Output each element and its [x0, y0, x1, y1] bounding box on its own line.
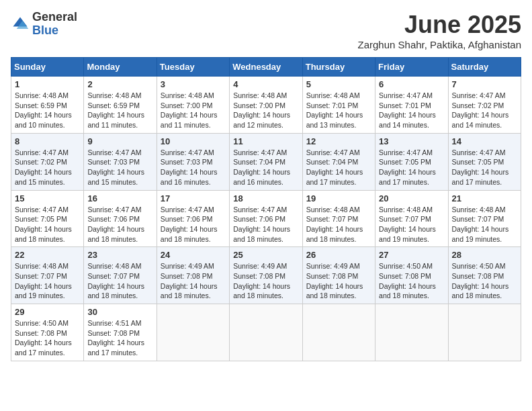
day-content: Sunrise: 4:47 AM Sunset: 7:06 PM Dayligh… [87, 205, 152, 244]
day-content: Sunrise: 4:47 AM Sunset: 7:05 PM Dayligh… [452, 148, 517, 187]
day-number: 15 [15, 193, 80, 203]
calendar-day-cell: 15 Sunrise: 4:47 AM Sunset: 7:05 PM Dayl… [11, 190, 84, 247]
day-number: 19 [306, 193, 371, 203]
calendar-day-cell: 26 Sunrise: 4:49 AM Sunset: 7:08 PM Dayl… [302, 247, 375, 304]
page-header: General Blue June 2025 Zarghun Shahr, Pa… [11, 11, 521, 50]
day-content: Sunrise: 4:47 AM Sunset: 7:05 PM Dayligh… [379, 148, 444, 187]
day-header-friday: Friday [375, 58, 448, 77]
day-number: 14 [452, 136, 517, 146]
calendar-week-row: 15 Sunrise: 4:47 AM Sunset: 7:05 PM Dayl… [11, 190, 521, 247]
day-header-tuesday: Tuesday [157, 58, 229, 77]
day-content: Sunrise: 4:47 AM Sunset: 7:01 PM Dayligh… [379, 91, 444, 130]
day-content: Sunrise: 4:47 AM Sunset: 7:03 PM Dayligh… [161, 148, 226, 187]
logo-text: General Blue [32, 11, 77, 38]
calendar-week-row: 1 Sunrise: 4:48 AM Sunset: 6:59 PM Dayli… [11, 77, 521, 134]
day-content: Sunrise: 4:47 AM Sunset: 7:02 PM Dayligh… [452, 91, 517, 130]
calendar-day-cell: 30 Sunrise: 4:51 AM Sunset: 7:08 PM Dayl… [84, 304, 157, 361]
day-header-saturday: Saturday [448, 58, 521, 77]
calendar-day-cell [302, 304, 375, 361]
day-content: Sunrise: 4:47 AM Sunset: 7:04 PM Dayligh… [306, 148, 371, 187]
calendar-week-row: 8 Sunrise: 4:47 AM Sunset: 7:02 PM Dayli… [11, 133, 521, 190]
day-content: Sunrise: 4:48 AM Sunset: 7:07 PM Dayligh… [306, 205, 371, 244]
month-title: June 2025 [358, 11, 522, 39]
day-number: 26 [306, 250, 371, 260]
day-content: Sunrise: 4:47 AM Sunset: 7:05 PM Dayligh… [15, 205, 80, 244]
day-content: Sunrise: 4:48 AM Sunset: 6:59 PM Dayligh… [15, 91, 80, 130]
day-content: Sunrise: 4:48 AM Sunset: 7:01 PM Dayligh… [306, 91, 371, 130]
day-content: Sunrise: 4:51 AM Sunset: 7:08 PM Dayligh… [87, 318, 152, 358]
day-number: 6 [379, 79, 444, 89]
day-content: Sunrise: 4:47 AM Sunset: 7:03 PM Dayligh… [87, 148, 152, 187]
calendar-day-cell: 18 Sunrise: 4:47 AM Sunset: 7:06 PM Dayl… [230, 190, 302, 247]
day-number: 7 [452, 79, 517, 89]
logo-blue-text: Blue [32, 24, 77, 38]
day-number: 20 [379, 193, 444, 203]
location-title: Zarghun Shahr, Paktika, Afghanistan [358, 39, 522, 50]
day-number: 8 [15, 136, 80, 146]
calendar-day-cell [230, 304, 302, 361]
day-number: 28 [452, 250, 517, 260]
day-content: Sunrise: 4:50 AM Sunset: 7:08 PM Dayligh… [15, 318, 80, 358]
logo: General Blue [11, 11, 77, 38]
title-area: June 2025 Zarghun Shahr, Paktika, Afghan… [358, 11, 522, 50]
calendar-day-cell: 7 Sunrise: 4:47 AM Sunset: 7:02 PM Dayli… [448, 77, 521, 134]
day-header-thursday: Thursday [302, 58, 375, 77]
calendar-day-cell: 12 Sunrise: 4:47 AM Sunset: 7:04 PM Dayl… [302, 133, 375, 190]
day-content: Sunrise: 4:48 AM Sunset: 7:00 PM Dayligh… [233, 91, 298, 130]
day-content: Sunrise: 4:48 AM Sunset: 6:59 PM Dayligh… [87, 91, 152, 130]
day-content: Sunrise: 4:47 AM Sunset: 7:06 PM Dayligh… [233, 205, 298, 244]
day-content: Sunrise: 4:49 AM Sunset: 7:08 PM Dayligh… [161, 261, 226, 301]
calendar-day-cell: 29 Sunrise: 4:50 AM Sunset: 7:08 PM Dayl… [11, 304, 84, 361]
calendar-day-cell: 27 Sunrise: 4:50 AM Sunset: 7:08 PM Dayl… [375, 247, 448, 304]
calendar-day-cell: 6 Sunrise: 4:47 AM Sunset: 7:01 PM Dayli… [375, 77, 448, 134]
day-number: 29 [15, 307, 80, 317]
day-header-sunday: Sunday [11, 58, 84, 77]
day-content: Sunrise: 4:48 AM Sunset: 7:00 PM Dayligh… [161, 91, 226, 130]
calendar-day-cell [375, 304, 448, 361]
calendar-day-cell [448, 304, 521, 361]
day-number: 18 [233, 193, 298, 203]
day-number: 25 [233, 250, 298, 260]
day-content: Sunrise: 4:47 AM Sunset: 7:02 PM Dayligh… [15, 148, 80, 187]
calendar-week-row: 29 Sunrise: 4:50 AM Sunset: 7:08 PM Dayl… [11, 304, 521, 361]
day-number: 16 [87, 193, 152, 203]
day-content: Sunrise: 4:48 AM Sunset: 7:07 PM Dayligh… [87, 261, 152, 301]
calendar-day-cell: 5 Sunrise: 4:48 AM Sunset: 7:01 PM Dayli… [302, 77, 375, 134]
calendar-day-cell: 3 Sunrise: 4:48 AM Sunset: 7:00 PM Dayli… [157, 77, 229, 134]
calendar-day-cell: 19 Sunrise: 4:48 AM Sunset: 7:07 PM Dayl… [302, 190, 375, 247]
day-number: 12 [306, 136, 371, 146]
calendar-day-cell [157, 304, 229, 361]
calendar-day-cell: 16 Sunrise: 4:47 AM Sunset: 7:06 PM Dayl… [84, 190, 157, 247]
calendar-week-row: 22 Sunrise: 4:48 AM Sunset: 7:07 PM Dayl… [11, 247, 521, 304]
day-header-monday: Monday [84, 58, 157, 77]
calendar-day-cell: 14 Sunrise: 4:47 AM Sunset: 7:05 PM Dayl… [448, 133, 521, 190]
calendar-day-cell: 23 Sunrise: 4:48 AM Sunset: 7:07 PM Dayl… [84, 247, 157, 304]
calendar-day-cell: 28 Sunrise: 4:50 AM Sunset: 7:08 PM Dayl… [448, 247, 521, 304]
calendar-header-row: SundayMondayTuesdayWednesdayThursdayFrid… [11, 58, 521, 77]
day-content: Sunrise: 4:48 AM Sunset: 7:07 PM Dayligh… [452, 205, 517, 244]
day-number: 9 [87, 136, 152, 146]
calendar-day-cell: 8 Sunrise: 4:47 AM Sunset: 7:02 PM Dayli… [11, 133, 84, 190]
day-number: 4 [233, 79, 298, 89]
day-number: 1 [15, 79, 80, 89]
day-number: 5 [306, 79, 371, 89]
calendar-day-cell: 11 Sunrise: 4:47 AM Sunset: 7:04 PM Dayl… [230, 133, 302, 190]
calendar-day-cell: 24 Sunrise: 4:49 AM Sunset: 7:08 PM Dayl… [157, 247, 229, 304]
logo-icon [11, 15, 30, 34]
logo-general-text: General [32, 11, 77, 24]
day-number: 23 [87, 250, 152, 260]
calendar-day-cell: 22 Sunrise: 4:48 AM Sunset: 7:07 PM Dayl… [11, 247, 84, 304]
day-content: Sunrise: 4:47 AM Sunset: 7:04 PM Dayligh… [233, 148, 298, 187]
day-content: Sunrise: 4:49 AM Sunset: 7:08 PM Dayligh… [306, 261, 371, 301]
day-content: Sunrise: 4:50 AM Sunset: 7:08 PM Dayligh… [452, 261, 517, 301]
calendar-day-cell: 2 Sunrise: 4:48 AM Sunset: 6:59 PM Dayli… [84, 77, 157, 134]
day-number: 27 [379, 250, 444, 260]
calendar-table: SundayMondayTuesdayWednesdayThursdayFrid… [11, 57, 521, 361]
calendar-day-cell: 10 Sunrise: 4:47 AM Sunset: 7:03 PM Dayl… [157, 133, 229, 190]
day-number: 3 [161, 79, 226, 89]
day-number: 17 [161, 193, 226, 203]
day-number: 21 [452, 193, 517, 203]
calendar-day-cell: 17 Sunrise: 4:47 AM Sunset: 7:06 PM Dayl… [157, 190, 229, 247]
day-number: 11 [233, 136, 298, 146]
day-number: 13 [379, 136, 444, 146]
